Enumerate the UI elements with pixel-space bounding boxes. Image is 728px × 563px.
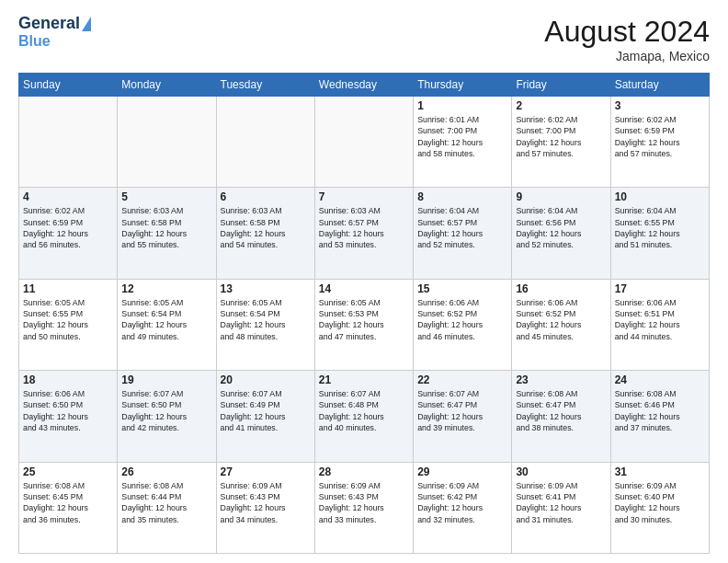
calendar-cell: 12Sunrise: 6:05 AM Sunset: 6:54 PM Dayli… (118, 279, 216, 370)
calendar-week-row: 11Sunrise: 6:05 AM Sunset: 6:55 PM Dayli… (19, 279, 710, 370)
calendar-cell: 28Sunrise: 6:09 AM Sunset: 6:43 PM Dayli… (314, 462, 413, 553)
day-info: Sunrise: 6:06 AM Sunset: 6:50 PM Dayligh… (23, 388, 113, 433)
calendar-cell: 5Sunrise: 6:03 AM Sunset: 6:58 PM Daylig… (118, 188, 216, 279)
day-info: Sunrise: 6:08 AM Sunset: 6:47 PM Dayligh… (516, 388, 606, 433)
title-section: August 2024 Jamapa, Mexico (544, 15, 710, 63)
day-number: 3 (615, 99, 705, 112)
day-number: 25 (23, 465, 113, 478)
logo-general: General (18, 15, 80, 33)
calendar-cell: 20Sunrise: 6:07 AM Sunset: 6:49 PM Dayli… (216, 371, 314, 462)
day-info: Sunrise: 6:04 AM Sunset: 6:55 PM Dayligh… (615, 205, 705, 250)
calendar-cell: 10Sunrise: 6:04 AM Sunset: 6:55 PM Dayli… (610, 188, 709, 279)
calendar-cell: 27Sunrise: 6:09 AM Sunset: 6:43 PM Dayli… (216, 462, 314, 553)
day-info: Sunrise: 6:08 AM Sunset: 6:46 PM Dayligh… (615, 388, 705, 433)
calendar-cell: 6Sunrise: 6:03 AM Sunset: 6:58 PM Daylig… (216, 188, 314, 279)
day-number: 14 (319, 282, 409, 295)
calendar-cell: 19Sunrise: 6:07 AM Sunset: 6:50 PM Dayli… (118, 371, 216, 462)
day-info: Sunrise: 6:03 AM Sunset: 6:57 PM Dayligh… (319, 205, 409, 250)
calendar-cell: 18Sunrise: 6:06 AM Sunset: 6:50 PM Dayli… (19, 371, 118, 462)
day-number: 12 (121, 282, 211, 295)
day-number: 5 (121, 190, 211, 203)
calendar-week-row: 18Sunrise: 6:06 AM Sunset: 6:50 PM Dayli… (19, 371, 710, 462)
calendar-cell: 9Sunrise: 6:04 AM Sunset: 6:56 PM Daylig… (512, 188, 610, 279)
day-number: 31 (615, 465, 705, 478)
calendar-cell: 22Sunrise: 6:07 AM Sunset: 6:47 PM Dayli… (414, 371, 512, 462)
calendar-cell: 25Sunrise: 6:08 AM Sunset: 6:45 PM Dayli… (19, 462, 118, 553)
day-info: Sunrise: 6:07 AM Sunset: 6:47 PM Dayligh… (417, 388, 507, 433)
calendar-table: SundayMondayTuesdayWednesdayThursdayFrid… (18, 73, 710, 554)
day-number: 13 (221, 282, 311, 295)
calendar-cell: 31Sunrise: 6:09 AM Sunset: 6:40 PM Dayli… (610, 462, 709, 553)
day-number: 4 (23, 190, 113, 203)
day-number: 10 (615, 190, 705, 203)
day-info: Sunrise: 6:09 AM Sunset: 6:43 PM Dayligh… (221, 480, 311, 525)
day-number: 9 (516, 190, 606, 203)
day-info: Sunrise: 6:01 AM Sunset: 7:00 PM Dayligh… (417, 114, 507, 159)
col-header-thursday: Thursday (414, 74, 512, 97)
calendar-week-row: 25Sunrise: 6:08 AM Sunset: 6:45 PM Dayli… (19, 462, 710, 553)
day-info: Sunrise: 6:09 AM Sunset: 6:41 PM Dayligh… (516, 480, 606, 525)
calendar-cell: 2Sunrise: 6:02 AM Sunset: 7:00 PM Daylig… (512, 97, 610, 188)
calendar-cell: 30Sunrise: 6:09 AM Sunset: 6:41 PM Dayli… (512, 462, 610, 553)
calendar-cell: 23Sunrise: 6:08 AM Sunset: 6:47 PM Dayli… (512, 371, 610, 462)
calendar-cell (314, 97, 413, 188)
calendar-cell: 26Sunrise: 6:08 AM Sunset: 6:44 PM Dayli… (118, 462, 216, 553)
location: Jamapa, Mexico (544, 49, 710, 63)
calendar-cell (216, 97, 314, 188)
day-number: 29 (417, 465, 507, 478)
day-number: 11 (23, 282, 113, 295)
day-info: Sunrise: 6:06 AM Sunset: 6:52 PM Dayligh… (417, 297, 507, 342)
day-number: 21 (319, 373, 409, 386)
day-number: 28 (319, 465, 409, 478)
day-number: 15 (417, 282, 507, 295)
day-info: Sunrise: 6:03 AM Sunset: 6:58 PM Dayligh… (221, 205, 311, 250)
day-number: 22 (417, 373, 507, 386)
col-header-tuesday: Tuesday (216, 74, 314, 97)
calendar-week-row: 1Sunrise: 6:01 AM Sunset: 7:00 PM Daylig… (19, 97, 710, 188)
calendar-cell: 4Sunrise: 6:02 AM Sunset: 6:59 PM Daylig… (19, 188, 118, 279)
calendar-cell: 17Sunrise: 6:06 AM Sunset: 6:51 PM Dayli… (610, 279, 709, 370)
calendar-cell: 15Sunrise: 6:06 AM Sunset: 6:52 PM Dayli… (414, 279, 512, 370)
day-number: 19 (121, 373, 211, 386)
calendar-cell (118, 97, 216, 188)
day-number: 16 (516, 282, 606, 295)
calendar-cell (19, 97, 118, 188)
col-header-sunday: Sunday (19, 74, 118, 97)
logo-triangle-icon (82, 17, 91, 31)
col-header-saturday: Saturday (610, 74, 709, 97)
day-number: 23 (516, 373, 606, 386)
calendar-cell: 8Sunrise: 6:04 AM Sunset: 6:57 PM Daylig… (414, 188, 512, 279)
day-number: 17 (615, 282, 705, 295)
day-info: Sunrise: 6:05 AM Sunset: 6:53 PM Dayligh… (319, 297, 409, 342)
calendar-header-row: SundayMondayTuesdayWednesdayThursdayFrid… (19, 74, 710, 97)
page: General Blue August 2024 Jamapa, Mexico … (0, 0, 728, 563)
day-info: Sunrise: 6:02 AM Sunset: 7:00 PM Dayligh… (516, 114, 606, 159)
calendar-cell: 7Sunrise: 6:03 AM Sunset: 6:57 PM Daylig… (314, 188, 413, 279)
calendar-cell: 13Sunrise: 6:05 AM Sunset: 6:54 PM Dayli… (216, 279, 314, 370)
col-header-wednesday: Wednesday (314, 74, 413, 97)
day-info: Sunrise: 6:02 AM Sunset: 6:59 PM Dayligh… (615, 114, 705, 159)
day-number: 7 (319, 190, 409, 203)
day-info: Sunrise: 6:09 AM Sunset: 6:42 PM Dayligh… (417, 480, 507, 525)
col-header-friday: Friday (512, 74, 610, 97)
logo: General Blue (18, 15, 91, 49)
day-info: Sunrise: 6:05 AM Sunset: 6:54 PM Dayligh… (121, 297, 211, 342)
day-info: Sunrise: 6:09 AM Sunset: 6:40 PM Dayligh… (615, 480, 705, 525)
day-number: 27 (221, 465, 311, 478)
calendar-week-row: 4Sunrise: 6:02 AM Sunset: 6:59 PM Daylig… (19, 188, 710, 279)
calendar-cell: 21Sunrise: 6:07 AM Sunset: 6:48 PM Dayli… (314, 371, 413, 462)
day-info: Sunrise: 6:08 AM Sunset: 6:45 PM Dayligh… (23, 480, 113, 525)
day-info: Sunrise: 6:08 AM Sunset: 6:44 PM Dayligh… (121, 480, 211, 525)
calendar-cell: 16Sunrise: 6:06 AM Sunset: 6:52 PM Dayli… (512, 279, 610, 370)
day-info: Sunrise: 6:07 AM Sunset: 6:49 PM Dayligh… (221, 388, 311, 433)
day-info: Sunrise: 6:04 AM Sunset: 6:57 PM Dayligh… (417, 205, 507, 250)
day-info: Sunrise: 6:05 AM Sunset: 6:54 PM Dayligh… (221, 297, 311, 342)
day-number: 8 (417, 190, 507, 203)
header: General Blue August 2024 Jamapa, Mexico (18, 15, 710, 63)
day-number: 1 (417, 99, 507, 112)
day-number: 24 (615, 373, 705, 386)
day-info: Sunrise: 6:04 AM Sunset: 6:56 PM Dayligh… (516, 205, 606, 250)
day-info: Sunrise: 6:05 AM Sunset: 6:55 PM Dayligh… (23, 297, 113, 342)
day-info: Sunrise: 6:03 AM Sunset: 6:58 PM Dayligh… (121, 205, 211, 250)
calendar-cell: 14Sunrise: 6:05 AM Sunset: 6:53 PM Dayli… (314, 279, 413, 370)
